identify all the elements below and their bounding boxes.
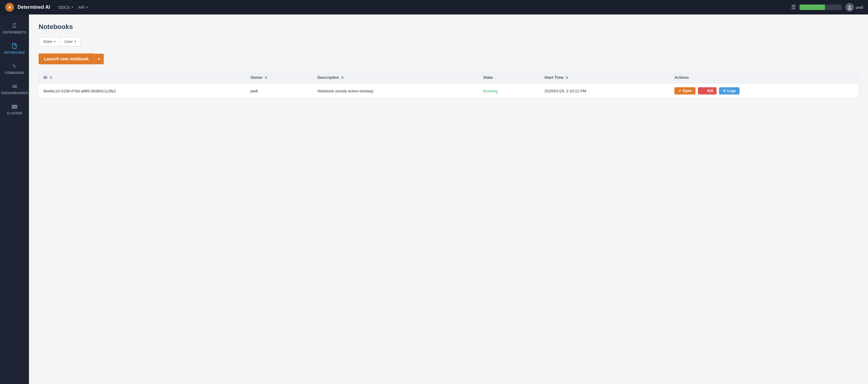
topnav-right: ☰ pedl	[791, 3, 863, 11]
launch-btn-container: Launch new notebook ▾	[39, 53, 858, 64]
user-filter-label: User	[64, 39, 72, 44]
cell-start-time: 2020/01/29, 2:10:12 PM	[539, 84, 670, 98]
experiments-icon	[11, 22, 18, 29]
progress-bar-fill	[800, 4, 825, 10]
action-buttons: ↗ Open 🚫 Kill ↺ Logs	[674, 87, 854, 94]
notebooks-table: ID ⇅ Owner ⇅ Description ⇅ State ↓	[39, 71, 858, 98]
svg-point-2	[9, 7, 10, 8]
kill-button[interactable]: 🚫 Kill	[698, 87, 717, 94]
sidebar-item-label: TENSORBOARDS	[1, 91, 28, 95]
user-menu[interactable]: pedl	[845, 3, 863, 11]
sidebar-item-commands[interactable]: COMMANDS	[0, 59, 29, 79]
svg-point-4	[848, 8, 851, 10]
col-owner-label: Owner	[250, 75, 262, 80]
tensorboards-icon	[11, 83, 18, 90]
dropdown-arrow-icon: ▾	[98, 57, 100, 61]
page-title: Notebooks	[39, 23, 858, 31]
docs-link[interactable]: DOCS ↗	[59, 5, 73, 10]
commands-icon	[11, 63, 18, 69]
open-button[interactable]: ↗ Open	[674, 87, 695, 94]
sort-icon: ⇅	[265, 76, 267, 80]
col-start-time[interactable]: Start Time ⇅	[539, 71, 670, 84]
open-icon: ↗	[678, 89, 681, 93]
api-label: API	[78, 5, 85, 10]
external-link-icon: ↗	[71, 6, 73, 9]
col-actions: Actions	[670, 71, 858, 84]
launch-btn-main[interactable]: Launch new notebook	[39, 53, 94, 64]
sort-icon: ⇅	[341, 76, 344, 80]
logo-icon	[5, 2, 14, 12]
logs-button[interactable]: ↺ Logs	[719, 87, 740, 94]
table-header: ID ⇅ Owner ⇅ Description ⇅ State ↓	[39, 71, 858, 84]
cluster-progress-bar	[800, 4, 842, 10]
col-owner[interactable]: Owner ⇅	[246, 71, 312, 84]
chevron-down-icon: ▾	[74, 40, 76, 43]
col-actions-label: Actions	[674, 75, 689, 80]
launch-notebook-button[interactable]: Launch new notebook ▾	[39, 53, 104, 64]
cell-state: Running	[478, 84, 539, 98]
col-description-label: Description	[318, 75, 339, 80]
launch-btn-label: Launch new notebook	[44, 56, 89, 61]
sort-icon-active: ↓	[495, 76, 497, 80]
sidebar-item-tensorboards[interactable]: TENSORBOARDS	[0, 79, 29, 99]
sidebar-item-label: EXPERIMENTS	[3, 31, 26, 34]
col-state[interactable]: State ↓	[478, 71, 539, 84]
col-id-label: ID	[43, 75, 48, 80]
user-filter-button[interactable]: User ▾	[60, 37, 80, 46]
logo-text: Determined AI	[18, 4, 50, 10]
kill-icon: 🚫	[702, 89, 706, 93]
col-id[interactable]: ID ⇅	[39, 71, 246, 84]
svg-point-3	[848, 5, 851, 8]
username: pedl	[856, 5, 863, 10]
launch-btn-dropdown[interactable]: ▾	[94, 54, 104, 64]
notebooks-icon	[11, 42, 18, 49]
app-body: EXPERIMENTS NOTEBOOKS COMMANDS TENSORBOA…	[0, 14, 868, 384]
topnav: Determined AI DOCS ↗ API ↗ ☰ pedl	[0, 0, 868, 14]
sidebar-item-notebooks[interactable]: NOTEBOOKS	[0, 38, 29, 59]
sidebar-item-label: COMMANDS	[5, 71, 24, 75]
col-description[interactable]: Description ⇅	[313, 71, 478, 84]
table-row: 6befac10-0158-476d-a885-06d6411c2fe2 ped…	[39, 84, 858, 98]
cell-owner: pedl	[246, 84, 312, 98]
main-content: Notebooks State ▾ User ▾ Launch new note…	[29, 14, 868, 384]
logo[interactable]: Determined AI	[5, 2, 50, 12]
topnav-links: DOCS ↗ API ↗	[59, 5, 88, 10]
chevron-down-icon: ▾	[54, 40, 56, 43]
sidebar: EXPERIMENTS NOTEBOOKS COMMANDS TENSORBOA…	[0, 14, 29, 384]
cluster-icon	[11, 103, 18, 110]
cell-actions: ↗ Open 🚫 Kill ↺ Logs	[670, 84, 858, 98]
table-body: 6befac10-0158-476d-a885-06d6411c2fe2 ped…	[39, 84, 858, 98]
col-state-label: State	[483, 75, 493, 80]
sidebar-item-experiments[interactable]: EXPERIMENTS	[0, 18, 29, 38]
state-filter-button[interactable]: State ▾	[39, 37, 60, 46]
status-badge: Running	[483, 89, 498, 93]
state-filter-label: State	[43, 39, 52, 44]
cell-description: Notebook (easily-active-donkey)	[313, 84, 478, 98]
avatar	[845, 3, 854, 11]
sidebar-item-cluster[interactable]: CLUSTER	[0, 99, 29, 119]
logs-icon: ↺	[723, 89, 726, 93]
filters-row: State ▾ User ▾	[39, 37, 81, 46]
sidebar-item-label: CLUSTER	[7, 112, 22, 115]
api-link[interactable]: API ↗	[78, 5, 88, 10]
sidebar-item-label: NOTEBOOKS	[4, 51, 25, 54]
sort-icon: ⇅	[50, 76, 52, 80]
docs-label: DOCS	[59, 5, 70, 10]
cell-id: 6befac10-0158-476d-a885-06d6411c2fe2	[39, 84, 246, 98]
external-link-icon: ↗	[86, 6, 88, 9]
menu-icon[interactable]: ☰	[791, 4, 796, 10]
sort-icon: ⇅	[565, 76, 568, 80]
col-start-time-label: Start Time	[545, 75, 563, 80]
